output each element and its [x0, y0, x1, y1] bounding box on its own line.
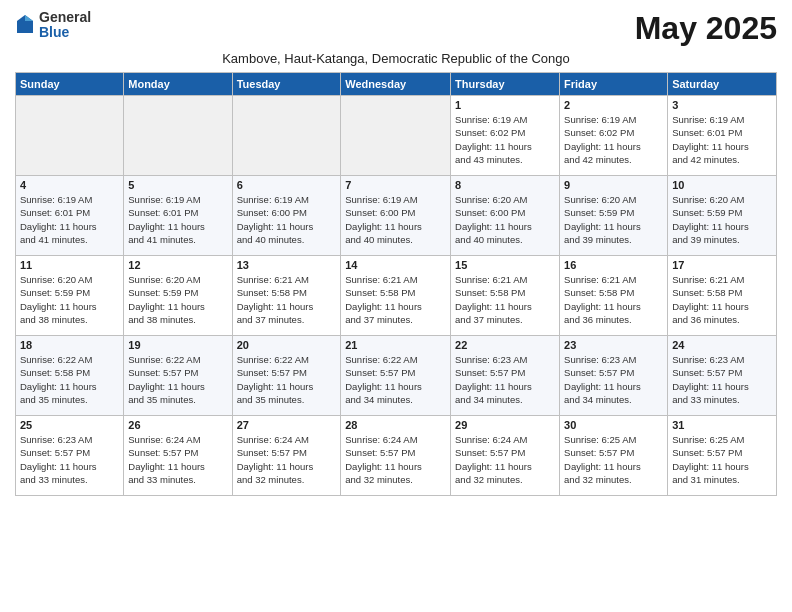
calendar-cell: 4Sunrise: 6:19 AM Sunset: 6:01 PM Daylig…	[16, 176, 124, 256]
day-number: 15	[455, 259, 555, 271]
day-info: Sunrise: 6:23 AM Sunset: 5:57 PM Dayligh…	[672, 353, 772, 406]
calendar-week-row: 4Sunrise: 6:19 AM Sunset: 6:01 PM Daylig…	[16, 176, 777, 256]
calendar-cell: 21Sunrise: 6:22 AM Sunset: 5:57 PM Dayli…	[341, 336, 451, 416]
day-info: Sunrise: 6:24 AM Sunset: 5:57 PM Dayligh…	[455, 433, 555, 486]
calendar-cell: 17Sunrise: 6:21 AM Sunset: 5:58 PM Dayli…	[668, 256, 777, 336]
calendar-cell: 28Sunrise: 6:24 AM Sunset: 5:57 PM Dayli…	[341, 416, 451, 496]
calendar-cell: 11Sunrise: 6:20 AM Sunset: 5:59 PM Dayli…	[16, 256, 124, 336]
weekday-header-row: SundayMondayTuesdayWednesdayThursdayFrid…	[16, 73, 777, 96]
calendar-cell: 8Sunrise: 6:20 AM Sunset: 6:00 PM Daylig…	[451, 176, 560, 256]
day-info: Sunrise: 6:25 AM Sunset: 5:57 PM Dayligh…	[564, 433, 663, 486]
calendar-cell: 7Sunrise: 6:19 AM Sunset: 6:00 PM Daylig…	[341, 176, 451, 256]
day-number: 16	[564, 259, 663, 271]
day-info: Sunrise: 6:22 AM Sunset: 5:58 PM Dayligh…	[20, 353, 119, 406]
day-number: 27	[237, 419, 337, 431]
day-number: 26	[128, 419, 227, 431]
day-number: 12	[128, 259, 227, 271]
calendar-table: SundayMondayTuesdayWednesdayThursdayFrid…	[15, 72, 777, 496]
weekday-header: Wednesday	[341, 73, 451, 96]
day-info: Sunrise: 6:21 AM Sunset: 5:58 PM Dayligh…	[345, 273, 446, 326]
day-number: 29	[455, 419, 555, 431]
day-info: Sunrise: 6:22 AM Sunset: 5:57 PM Dayligh…	[237, 353, 337, 406]
day-info: Sunrise: 6:23 AM Sunset: 5:57 PM Dayligh…	[564, 353, 663, 406]
day-info: Sunrise: 6:19 AM Sunset: 6:02 PM Dayligh…	[455, 113, 555, 166]
weekday-header: Monday	[124, 73, 232, 96]
day-number: 6	[237, 179, 337, 191]
day-number: 30	[564, 419, 663, 431]
day-number: 4	[20, 179, 119, 191]
day-number: 28	[345, 419, 446, 431]
calendar-cell: 15Sunrise: 6:21 AM Sunset: 5:58 PM Dayli…	[451, 256, 560, 336]
day-info: Sunrise: 6:21 AM Sunset: 5:58 PM Dayligh…	[564, 273, 663, 326]
day-info: Sunrise: 6:19 AM Sunset: 6:01 PM Dayligh…	[20, 193, 119, 246]
calendar-cell: 19Sunrise: 6:22 AM Sunset: 5:57 PM Dayli…	[124, 336, 232, 416]
day-number: 17	[672, 259, 772, 271]
calendar-cell: 18Sunrise: 6:22 AM Sunset: 5:58 PM Dayli…	[16, 336, 124, 416]
weekday-header: Saturday	[668, 73, 777, 96]
calendar-cell: 9Sunrise: 6:20 AM Sunset: 5:59 PM Daylig…	[560, 176, 668, 256]
day-number: 10	[672, 179, 772, 191]
calendar-week-row: 1Sunrise: 6:19 AM Sunset: 6:02 PM Daylig…	[16, 96, 777, 176]
day-info: Sunrise: 6:20 AM Sunset: 5:59 PM Dayligh…	[128, 273, 227, 326]
weekday-header: Thursday	[451, 73, 560, 96]
calendar-cell: 25Sunrise: 6:23 AM Sunset: 5:57 PM Dayli…	[16, 416, 124, 496]
calendar-cell: 26Sunrise: 6:24 AM Sunset: 5:57 PM Dayli…	[124, 416, 232, 496]
day-number: 9	[564, 179, 663, 191]
day-number: 14	[345, 259, 446, 271]
day-info: Sunrise: 6:24 AM Sunset: 5:57 PM Dayligh…	[345, 433, 446, 486]
weekday-header: Tuesday	[232, 73, 341, 96]
day-info: Sunrise: 6:19 AM Sunset: 6:01 PM Dayligh…	[672, 113, 772, 166]
calendar-week-row: 11Sunrise: 6:20 AM Sunset: 5:59 PM Dayli…	[16, 256, 777, 336]
day-number: 21	[345, 339, 446, 351]
day-number: 31	[672, 419, 772, 431]
day-number: 13	[237, 259, 337, 271]
day-info: Sunrise: 6:21 AM Sunset: 5:58 PM Dayligh…	[237, 273, 337, 326]
logo-icon	[15, 13, 35, 37]
weekday-header: Friday	[560, 73, 668, 96]
day-number: 8	[455, 179, 555, 191]
logo-general-text: General	[39, 10, 91, 25]
day-info: Sunrise: 6:21 AM Sunset: 5:58 PM Dayligh…	[672, 273, 772, 326]
day-info: Sunrise: 6:21 AM Sunset: 5:58 PM Dayligh…	[455, 273, 555, 326]
calendar-cell: 3Sunrise: 6:19 AM Sunset: 6:01 PM Daylig…	[668, 96, 777, 176]
calendar-cell: 27Sunrise: 6:24 AM Sunset: 5:57 PM Dayli…	[232, 416, 341, 496]
calendar-cell: 31Sunrise: 6:25 AM Sunset: 5:57 PM Dayli…	[668, 416, 777, 496]
calendar-cell: 10Sunrise: 6:20 AM Sunset: 5:59 PM Dayli…	[668, 176, 777, 256]
day-info: Sunrise: 6:25 AM Sunset: 5:57 PM Dayligh…	[672, 433, 772, 486]
day-number: 24	[672, 339, 772, 351]
calendar-cell: 30Sunrise: 6:25 AM Sunset: 5:57 PM Dayli…	[560, 416, 668, 496]
day-info: Sunrise: 6:20 AM Sunset: 6:00 PM Dayligh…	[455, 193, 555, 246]
calendar-cell: 14Sunrise: 6:21 AM Sunset: 5:58 PM Dayli…	[341, 256, 451, 336]
month-title: May 2025	[635, 10, 777, 47]
day-info: Sunrise: 6:22 AM Sunset: 5:57 PM Dayligh…	[128, 353, 227, 406]
svg-marker-1	[25, 15, 33, 21]
logo: General Blue	[15, 10, 91, 41]
day-info: Sunrise: 6:23 AM Sunset: 5:57 PM Dayligh…	[455, 353, 555, 406]
day-info: Sunrise: 6:19 AM Sunset: 6:00 PM Dayligh…	[237, 193, 337, 246]
day-info: Sunrise: 6:20 AM Sunset: 5:59 PM Dayligh…	[20, 273, 119, 326]
day-number: 20	[237, 339, 337, 351]
day-number: 3	[672, 99, 772, 111]
calendar-cell: 16Sunrise: 6:21 AM Sunset: 5:58 PM Dayli…	[560, 256, 668, 336]
calendar-cell	[16, 96, 124, 176]
calendar-cell	[124, 96, 232, 176]
day-info: Sunrise: 6:19 AM Sunset: 6:00 PM Dayligh…	[345, 193, 446, 246]
day-info: Sunrise: 6:20 AM Sunset: 5:59 PM Dayligh…	[564, 193, 663, 246]
day-info: Sunrise: 6:20 AM Sunset: 5:59 PM Dayligh…	[672, 193, 772, 246]
day-number: 25	[20, 419, 119, 431]
day-number: 22	[455, 339, 555, 351]
day-number: 23	[564, 339, 663, 351]
calendar-week-row: 18Sunrise: 6:22 AM Sunset: 5:58 PM Dayli…	[16, 336, 777, 416]
calendar-cell: 29Sunrise: 6:24 AM Sunset: 5:57 PM Dayli…	[451, 416, 560, 496]
calendar-cell: 23Sunrise: 6:23 AM Sunset: 5:57 PM Dayli…	[560, 336, 668, 416]
day-info: Sunrise: 6:19 AM Sunset: 6:01 PM Dayligh…	[128, 193, 227, 246]
page-header: General Blue May 2025	[15, 10, 777, 47]
day-info: Sunrise: 6:24 AM Sunset: 5:57 PM Dayligh…	[128, 433, 227, 486]
calendar-cell	[232, 96, 341, 176]
day-info: Sunrise: 6:24 AM Sunset: 5:57 PM Dayligh…	[237, 433, 337, 486]
weekday-header: Sunday	[16, 73, 124, 96]
calendar-week-row: 25Sunrise: 6:23 AM Sunset: 5:57 PM Dayli…	[16, 416, 777, 496]
calendar-cell: 22Sunrise: 6:23 AM Sunset: 5:57 PM Dayli…	[451, 336, 560, 416]
calendar-cell: 1Sunrise: 6:19 AM Sunset: 6:02 PM Daylig…	[451, 96, 560, 176]
calendar-cell: 13Sunrise: 6:21 AM Sunset: 5:58 PM Dayli…	[232, 256, 341, 336]
